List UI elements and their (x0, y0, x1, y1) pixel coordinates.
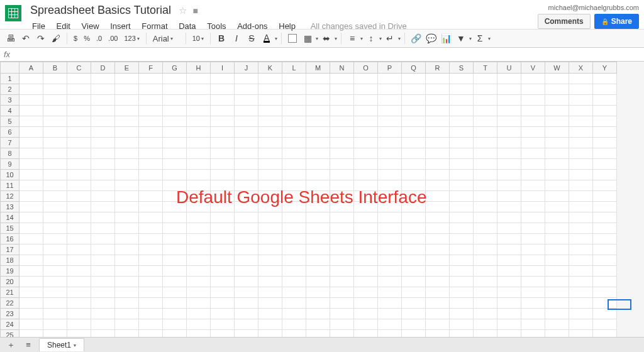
cell-A18[interactable] (19, 255, 43, 266)
cell-O7[interactable] (354, 138, 378, 148)
cell-J8[interactable] (235, 148, 258, 159)
decrease-decimal-button[interactable]: .0 (94, 35, 104, 42)
cell-A25[interactable] (19, 330, 43, 338)
cell-L13[interactable] (282, 202, 306, 212)
cell-Y5[interactable] (593, 116, 617, 127)
cell-V6[interactable] (521, 127, 545, 138)
cell-O14[interactable] (354, 212, 378, 223)
column-header-V[interactable]: V (521, 62, 545, 74)
column-header-P[interactable]: P (378, 62, 402, 74)
cell-V7[interactable] (521, 138, 545, 148)
cell-J19[interactable] (235, 266, 258, 277)
cell-Q19[interactable] (402, 266, 426, 277)
cell-S25[interactable] (450, 330, 474, 338)
cell-V25[interactable] (521, 330, 545, 338)
cell-K16[interactable] (258, 234, 282, 245)
cell-M18[interactable] (306, 255, 330, 266)
cell-A10[interactable] (19, 170, 43, 180)
cell-L11[interactable] (282, 180, 306, 191)
functions-button[interactable]: Σ (473, 31, 487, 45)
cell-M19[interactable] (306, 266, 330, 277)
cell-F22[interactable] (139, 298, 163, 309)
column-header-C[interactable]: C (67, 62, 91, 74)
cell-Q5[interactable] (402, 116, 426, 127)
menu-file[interactable]: File (28, 19, 50, 33)
cell-K17[interactable] (258, 245, 282, 255)
menu-insert[interactable]: Insert (106, 19, 135, 33)
chevron-down-icon[interactable]: ▾ (74, 343, 76, 348)
cell-P24[interactable] (378, 319, 402, 330)
cell-D23[interactable] (91, 309, 115, 319)
cell-C21[interactable] (67, 287, 91, 298)
column-header-W[interactable]: W (545, 62, 569, 74)
cell-H12[interactable] (187, 191, 211, 202)
cell-T21[interactable] (474, 287, 497, 298)
cell-G6[interactable] (163, 127, 187, 138)
cell-F16[interactable] (139, 234, 163, 245)
cell-B25[interactable] (43, 330, 67, 338)
cell-W5[interactable] (545, 116, 569, 127)
cell-L14[interactable] (282, 212, 306, 223)
cell-M22[interactable] (306, 298, 330, 309)
cell-I13[interactable] (211, 202, 235, 212)
cell-S3[interactable] (450, 95, 474, 106)
formula-input[interactable] (19, 48, 640, 61)
cell-P11[interactable] (378, 180, 402, 191)
cell-S12[interactable] (450, 191, 474, 202)
row-header-1[interactable]: 1 (1, 74, 19, 84)
cell-G20[interactable] (163, 277, 187, 287)
row-header-9[interactable]: 9 (1, 159, 19, 170)
h-align-button[interactable]: ≡ (345, 31, 359, 45)
cell-L23[interactable] (282, 309, 306, 319)
cell-M12[interactable] (306, 191, 330, 202)
cell-P15[interactable] (378, 223, 402, 234)
cell-S8[interactable] (450, 148, 474, 159)
cell-W9[interactable] (545, 159, 569, 170)
cell-H13[interactable] (187, 202, 211, 212)
cell-U15[interactable] (497, 223, 521, 234)
cell-E4[interactable] (115, 106, 139, 116)
spreadsheet-grid[interactable]: ABCDEFGHIJKLMNOPQRSTUVWXY123456789101112… (0, 62, 644, 337)
cell-A6[interactable] (19, 127, 43, 138)
cell-X25[interactable] (569, 330, 593, 338)
cell-Q24[interactable] (402, 319, 426, 330)
cell-J2[interactable] (235, 84, 258, 95)
cell-N5[interactable] (330, 116, 354, 127)
cell-A22[interactable] (19, 298, 43, 309)
cell-T22[interactable] (474, 298, 497, 309)
cell-C14[interactable] (67, 212, 91, 223)
cell-Y8[interactable] (593, 148, 617, 159)
cell-E22[interactable] (115, 298, 139, 309)
row-header-25[interactable]: 25 (1, 330, 19, 338)
cell-P4[interactable] (378, 106, 402, 116)
cell-Q3[interactable] (402, 95, 426, 106)
row-header-21[interactable]: 21 (1, 287, 19, 298)
cell-B18[interactable] (43, 255, 67, 266)
cell-L3[interactable] (282, 95, 306, 106)
cell-V8[interactable] (521, 148, 545, 159)
cell-E11[interactable] (115, 180, 139, 191)
cell-K10[interactable] (258, 170, 282, 180)
cell-E19[interactable] (115, 266, 139, 277)
cell-N22[interactable] (330, 298, 354, 309)
cell-K24[interactable] (258, 319, 282, 330)
cell-U19[interactable] (497, 266, 521, 277)
cell-V17[interactable] (521, 245, 545, 255)
cell-N10[interactable] (330, 170, 354, 180)
cell-C2[interactable] (67, 84, 91, 95)
cell-G2[interactable] (163, 84, 187, 95)
row-header-7[interactable]: 7 (1, 138, 19, 148)
cell-P14[interactable] (378, 212, 402, 223)
cell-S16[interactable] (450, 234, 474, 245)
column-header-H[interactable]: H (187, 62, 211, 74)
cell-F24[interactable] (139, 319, 163, 330)
cell-E8[interactable] (115, 148, 139, 159)
cell-B4[interactable] (43, 106, 67, 116)
cell-R9[interactable] (426, 159, 450, 170)
cell-H14[interactable] (187, 212, 211, 223)
column-header-Q[interactable]: Q (402, 62, 426, 74)
cell-Y25[interactable] (593, 330, 617, 338)
chevron-down-icon[interactable]: ▾ (360, 36, 363, 41)
cell-G11[interactable] (163, 180, 187, 191)
cell-P25[interactable] (378, 330, 402, 338)
